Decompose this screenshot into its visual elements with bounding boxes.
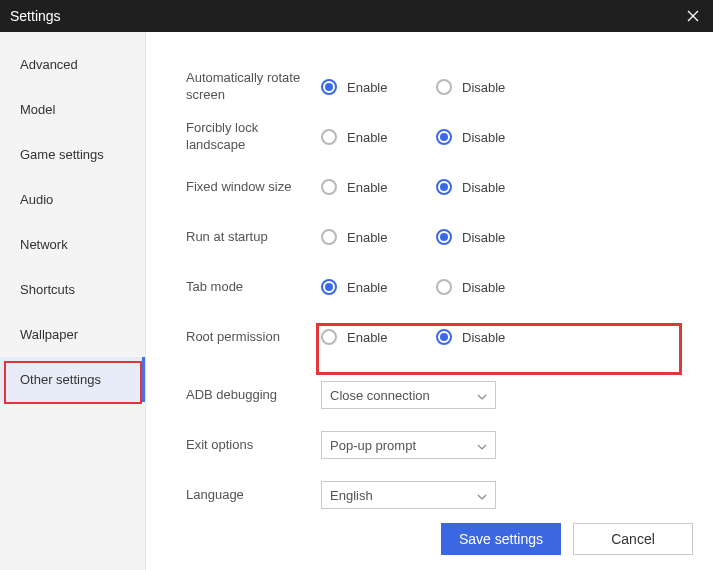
sidebar-item-label: Shortcuts [20,282,75,297]
setting-label: Fixed window size [186,179,321,196]
exit-options-row: Exit options Pop-up prompt [186,420,693,470]
setting-label: Forcibly lock landscape [186,120,321,154]
setting-label: Root permission [186,329,321,346]
radio-label: Disable [462,330,505,345]
radio-icon [321,229,337,245]
sidebar-item-label: Wallpaper [20,327,78,342]
radio-icon [436,129,452,145]
chevron-down-icon [477,388,487,403]
radio-icon [436,229,452,245]
language-select[interactable]: English [321,481,496,509]
tab-mode-row: Tab modeEnableDisable [186,262,693,312]
run-at-startup-enable-radio[interactable]: Enable [321,229,436,245]
radio-label: Enable [347,230,387,245]
forcibly-lock-landscape-row: Forcibly lock landscapeEnableDisable [186,112,693,162]
close-button[interactable] [683,6,703,26]
automatically-rotate-screen-row: Automatically rotate screenEnableDisable [186,62,693,112]
automatically-rotate-screen-enable-radio[interactable]: Enable [321,79,436,95]
sidebar-item-label: Other settings [20,372,101,387]
radio-label: Disable [462,130,505,145]
sidebar-item-wallpaper[interactable]: Wallpaper [0,312,145,357]
setting-label: Automatically rotate screen [186,70,321,104]
select-value: English [330,488,373,503]
radio-icon [436,79,452,95]
setting-label: ADB debugging [186,387,321,404]
radio-label: Disable [462,180,505,195]
sidebar-item-game-settings[interactable]: Game settings [0,132,145,177]
radio-label: Disable [462,80,505,95]
tab-mode-enable-radio[interactable]: Enable [321,279,436,295]
radio-label: Enable [347,130,387,145]
save-settings-button[interactable]: Save settings [441,523,561,555]
radio-icon [321,279,337,295]
select-value: Pop-up prompt [330,438,416,453]
sidebar-item-label: Audio [20,192,53,207]
radio-group: EnableDisable [321,179,551,195]
radio-icon [436,329,452,345]
radio-group: EnableDisable [321,229,551,245]
run-at-startup-disable-radio[interactable]: Disable [436,229,551,245]
forcibly-lock-landscape-disable-radio[interactable]: Disable [436,129,551,145]
radio-icon [436,279,452,295]
sidebar-item-shortcuts[interactable]: Shortcuts [0,267,145,312]
root-permission-enable-radio[interactable]: Enable [321,329,436,345]
setting-label: Tab mode [186,279,321,296]
cancel-button[interactable]: Cancel [573,523,693,555]
fixed-window-size-disable-radio[interactable]: Disable [436,179,551,195]
run-at-startup-row: Run at startupEnableDisable [186,212,693,262]
adb-debugging-row: ADB debugging Close connection [186,370,693,420]
select-value: Close connection [330,388,430,403]
sidebar-item-label: Model [20,102,55,117]
titlebar: Settings [0,0,713,32]
button-label: Save settings [459,531,543,547]
radio-label: Disable [462,230,505,245]
close-icon [687,10,699,22]
radio-group: EnableDisable [321,79,551,95]
fixed-window-size-row: Fixed window sizeEnableDisable [186,162,693,212]
root-permission-disable-radio[interactable]: Disable [436,329,551,345]
radio-label: Enable [347,180,387,195]
setting-label: Language [186,487,321,504]
sidebar-item-network[interactable]: Network [0,222,145,267]
sidebar-item-label: Network [20,237,68,252]
radio-group: EnableDisable [321,129,551,145]
sidebar-item-label: Advanced [20,57,78,72]
tab-mode-disable-radio[interactable]: Disable [436,279,551,295]
radio-icon [436,179,452,195]
chevron-down-icon [477,438,487,453]
sidebar-item-label: Game settings [20,147,104,162]
sidebar-item-other-settings[interactable]: Other settings [0,357,145,402]
chevron-down-icon [477,488,487,503]
language-row: Language English [186,470,693,520]
sidebar: Advanced Model Game settings Audio Netwo… [0,32,146,570]
exit-options-select[interactable]: Pop-up prompt [321,431,496,459]
radio-icon [321,329,337,345]
window-title: Settings [10,8,61,24]
forcibly-lock-landscape-enable-radio[interactable]: Enable [321,129,436,145]
setting-label: Exit options [186,437,321,454]
root-permission-row: Root permissionEnableDisable [186,312,693,362]
radio-icon [321,79,337,95]
radio-label: Enable [347,80,387,95]
radio-label: Enable [347,330,387,345]
fixed-window-size-enable-radio[interactable]: Enable [321,179,436,195]
button-label: Cancel [611,531,655,547]
radio-label: Enable [347,280,387,295]
sidebar-item-model[interactable]: Model [0,87,145,132]
adb-debugging-select[interactable]: Close connection [321,381,496,409]
radio-group: EnableDisable [321,279,551,295]
sidebar-item-advanced[interactable]: Advanced [0,42,145,87]
automatically-rotate-screen-disable-radio[interactable]: Disable [436,79,551,95]
footer: Save settings Cancel [441,523,693,555]
radio-group: EnableDisable [321,329,551,345]
sidebar-item-audio[interactable]: Audio [0,177,145,222]
content-pane: Automatically rotate screenEnableDisable… [146,32,713,570]
setting-label: Run at startup [186,229,321,246]
radio-label: Disable [462,280,505,295]
radio-icon [321,179,337,195]
radio-icon [321,129,337,145]
